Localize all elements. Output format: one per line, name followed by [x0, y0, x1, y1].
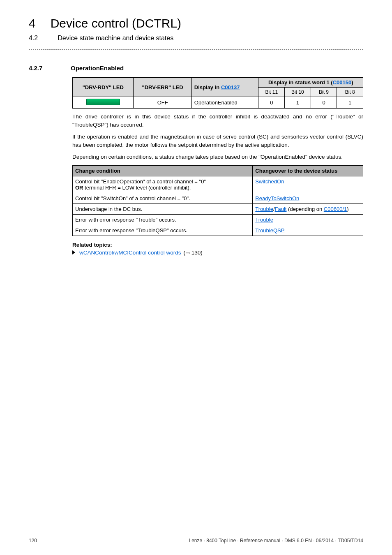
th-drv-rdy-led: "DRV-RDY" LED [73, 78, 134, 97]
cell-condition: Undervoltage in the DC bus. [73, 204, 253, 214]
link-trouble[interactable]: Trouble [255, 206, 273, 212]
related-topic-item: wCANControl/wMCIControl control words (▭… [72, 250, 363, 256]
th-bit-10: Bit 10 [285, 88, 311, 97]
table-row: Control bit "SwitchOn" of a control chan… [73, 193, 363, 204]
link-fault[interactable]: Fault [275, 206, 287, 212]
subsection-number: 4.2.7 [29, 65, 53, 72]
text-close-paren: ) [347, 206, 348, 212]
paragraph-3: Depending on certain conditions, a statu… [72, 153, 363, 161]
change-condition-table: Change condition Changeover to the devic… [72, 165, 363, 236]
cell-status: ReadyToSwitchOn [253, 193, 363, 204]
subsection-header-row: 4.2.7 OperationEnabled [29, 65, 363, 72]
cell-bit-10: 1 [285, 97, 311, 109]
table-row: "DRV-RDY" LED "DRV-ERR" LED Display in C… [73, 78, 363, 88]
th-status-word-prefix: Display in status word 1 ( [268, 79, 333, 86]
table-row: Undervoltage in the DC bus. Trouble/Faul… [73, 204, 363, 214]
content-block: "DRV-RDY" LED "DRV-ERR" LED Display in C… [72, 77, 363, 256]
th-status-word-suffix: ) [351, 79, 353, 86]
th-display-in-prefix: Display in [194, 84, 221, 90]
paragraph-1: The drive controller is in this device s… [72, 113, 363, 129]
th-bit-9: Bit 9 [311, 88, 337, 97]
table-row: Change condition Changeover to the devic… [73, 165, 363, 176]
page-footer: 120 Lenze · 8400 TopLine · Reference man… [29, 538, 363, 543]
dashed-separator [29, 49, 363, 50]
section-number: 4.2 [29, 35, 38, 42]
page-container: 4 Device control (DCTRL) 4.2 Device stat… [0, 0, 392, 555]
cond-line1: Control bit "EnableOperation" of a contr… [75, 178, 206, 185]
link-c00600-1[interactable]: C00600/1 [324, 206, 347, 212]
th-status-word: Display in status word 1 (C00150) [258, 78, 363, 88]
cell-condition: Error with error response "Trouble" occu… [73, 214, 253, 225]
link-trouble[interactable]: Trouble [255, 217, 273, 223]
status-word-table: "DRV-RDY" LED "DRV-ERR" LED Display in C… [72, 77, 363, 109]
related-topics-heading: Related topics: [72, 242, 363, 248]
book-icon: ▭ [185, 250, 190, 256]
th-display-in: Display in C00137 [191, 78, 258, 97]
cell-bit-9: 0 [311, 97, 337, 109]
th-changeover-status: Changeover to the device status [253, 165, 363, 176]
section-title: Device state machine and device states [58, 35, 173, 42]
cell-condition: Control bit "EnableOperation" of a contr… [73, 176, 253, 193]
th-bit-11: Bit 11 [258, 88, 285, 97]
link-switchedon[interactable]: SwitchedOn [255, 178, 284, 185]
link-c00150[interactable]: C00150 [333, 79, 352, 86]
cell-display: OperationEnabled [191, 97, 258, 109]
table-row: Error with error response "Trouble" occu… [73, 214, 363, 225]
subsection-title: OperationEnabled [71, 65, 124, 72]
cell-condition: Error with error response "TroubleQSP" o… [73, 225, 253, 236]
cell-status: TroubleQSP [253, 225, 363, 236]
cond-or-bold: OR [75, 185, 83, 191]
chapter-title: Device control (DCTRL) [51, 16, 181, 30]
text-depending-on: (depending on [286, 206, 323, 212]
related-page-ref: (▭ 130) [184, 250, 203, 256]
arrow-right-icon [72, 250, 75, 254]
link-wcancontrol[interactable]: wCANControl/wMCIControl control words [79, 250, 181, 256]
table-row: Error with error response "TroubleQSP" o… [73, 225, 363, 236]
paragraph-2: If the operation is enabled and the magn… [72, 133, 363, 149]
cond-line2-rest: terminal RFR = LOW level (controller inh… [83, 185, 191, 191]
table-row: OFF OperationEnabled 0 1 0 1 [73, 97, 363, 109]
cell-bit-8: 1 [337, 97, 363, 109]
cell-status: Trouble [253, 214, 363, 225]
th-bit-8: Bit 8 [337, 88, 363, 97]
cell-drv-rdy-led [73, 97, 134, 109]
footer-right-text: Lenze · 8400 TopLine · Reference manual … [189, 538, 363, 543]
section-header-row: 4.2 Device state machine and device stat… [29, 35, 363, 42]
th-drv-err-led: "DRV-ERR" LED [134, 78, 191, 97]
th-change-condition: Change condition [73, 165, 253, 176]
cell-condition: Control bit "SwitchOn" of a control chan… [73, 193, 253, 204]
chapter-number: 4 [29, 16, 36, 30]
footer-page-number: 120 [29, 538, 37, 543]
cell-drv-err-led: OFF [134, 97, 191, 109]
related-page-number: 130) [190, 250, 203, 256]
cell-status: SwitchedOn [253, 176, 363, 193]
link-c00137[interactable]: C00137 [221, 84, 240, 90]
chapter-header-row: 4 Device control (DCTRL) [29, 16, 363, 30]
link-troubleqsp[interactable]: TroubleQSP [255, 227, 284, 234]
table-row: Control bit "EnableOperation" of a contr… [73, 176, 363, 193]
link-readytoswitchon[interactable]: ReadyToSwitchOn [255, 195, 299, 201]
cell-bit-11: 0 [258, 97, 285, 109]
led-green-bar-icon [86, 99, 120, 105]
cell-status: Trouble/Fault (depending on C00600/1) [253, 204, 363, 214]
